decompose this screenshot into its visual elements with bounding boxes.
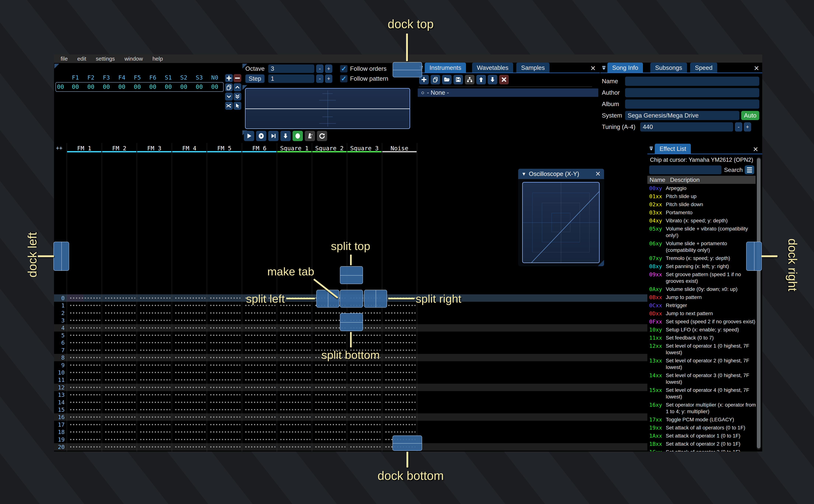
pattern-cell[interactable] [69, 413, 100, 421]
pattern-cell[interactable] [209, 332, 240, 339]
pattern-cell[interactable] [104, 399, 135, 406]
pattern-cell[interactable] [69, 361, 100, 369]
pattern-cell[interactable] [244, 443, 275, 451]
pattern-cell[interactable] [104, 317, 135, 324]
arrow-up-thick-icon[interactable] [476, 75, 486, 84]
pattern-cell[interactable] [174, 339, 205, 346]
pattern-cell[interactable] [174, 399, 205, 406]
pattern-cell[interactable] [349, 406, 380, 413]
menu-icon[interactable] [745, 165, 754, 174]
pattern-cell[interactable] [139, 361, 170, 369]
pattern-cell[interactable] [139, 406, 170, 413]
pattern-row[interactable]: 17 [54, 421, 647, 428]
x-icon[interactable] [499, 75, 509, 84]
oscilloscope-xy-titlebar[interactable]: ▼ Oscilloscope (X-Y) ✕ [518, 169, 604, 179]
tab-speed[interactable]: Speed [690, 63, 717, 73]
effect-row[interactable]: 14xxSet level of operator 3 (0 highest, … [649, 372, 758, 385]
effect-row[interactable]: 1CxxSet attack of operator 3 (0 to 1F) [649, 449, 758, 452]
effect-row[interactable]: 08xySet panning (x: left; y: right) [649, 263, 758, 270]
pattern-cell[interactable] [174, 376, 205, 384]
orders-cell[interactable]: 00 [83, 83, 99, 90]
pattern-cell[interactable] [384, 361, 416, 369]
chevron-up-icon[interactable] [233, 83, 241, 91]
pattern-cell[interactable] [279, 421, 310, 428]
pattern-cell[interactable] [244, 347, 275, 354]
effect-row[interactable]: 12xxSet level of operator 1 (0 highest, … [649, 343, 758, 356]
pattern-cell[interactable] [349, 384, 380, 391]
pattern-cell[interactable] [384, 391, 416, 398]
pattern-cell[interactable] [384, 302, 416, 309]
shuffle-icon[interactable] [225, 102, 233, 110]
album-input[interactable] [625, 99, 759, 109]
menu-item-file[interactable]: file [56, 56, 72, 62]
pattern-cell[interactable] [209, 406, 240, 413]
pattern-cell[interactable] [104, 428, 135, 436]
octave-decrease-button[interactable]: - [316, 64, 323, 73]
pattern-cell[interactable] [104, 309, 135, 317]
pattern-cell[interactable] [349, 399, 380, 406]
pattern-cell[interactable] [314, 376, 345, 384]
pattern-cell[interactable] [314, 413, 345, 421]
pattern-cell[interactable] [139, 302, 170, 309]
orders-cell[interactable]: 00 [160, 83, 176, 90]
pattern-cell[interactable] [314, 421, 345, 428]
auto-system-button[interactable]: Auto [741, 111, 759, 120]
pattern-cell[interactable] [314, 399, 345, 406]
pattern-cell[interactable] [209, 428, 240, 436]
pattern-cell[interactable] [209, 369, 240, 376]
pattern-cell[interactable] [384, 406, 416, 413]
pattern-cell[interactable] [384, 309, 416, 317]
pattern-cell[interactable] [174, 361, 205, 369]
close-icon[interactable]: ✕ [590, 64, 596, 72]
pattern-cell[interactable] [174, 451, 205, 452]
step-input[interactable]: 1 [268, 74, 314, 83]
pattern-cell[interactable] [104, 294, 135, 302]
pattern-cell[interactable] [279, 332, 310, 339]
pattern-cell[interactable] [244, 361, 275, 369]
pattern-row[interactable]: 15 [54, 406, 647, 413]
close-icon[interactable]: ✕ [595, 170, 601, 178]
effect-row[interactable]: 07xyTremolo (x: speed; y: depth) [649, 255, 758, 262]
pattern-cell[interactable] [349, 369, 380, 376]
pattern-cell[interactable] [69, 376, 100, 384]
effect-row[interactable]: 15xxSet level of operator 4 (0 highest, … [649, 387, 758, 400]
pattern-cell[interactable] [279, 317, 310, 324]
pattern-cell[interactable] [244, 384, 275, 391]
system-input[interactable]: Sega Genesis/Mega Drive [625, 111, 739, 120]
pattern-cell[interactable] [314, 339, 345, 346]
oscilloscope-xy-window[interactable]: ▼ Oscilloscope (X-Y) ✕ [518, 169, 604, 266]
arrow-down-thick-icon[interactable] [280, 131, 291, 141]
pattern-cell[interactable] [104, 302, 135, 309]
pattern-cell[interactable] [104, 376, 135, 384]
pattern-row[interactable]: 12 [54, 384, 647, 391]
effect-row[interactable]: 1AxxSet attack of operator 1 (0 to 1F) [649, 433, 758, 439]
pattern-cell[interactable] [384, 339, 416, 346]
effect-row[interactable]: 05xyVolume slide + vibrato (compatibilit… [649, 225, 758, 239]
pattern-cell[interactable] [209, 443, 240, 451]
pattern-cell[interactable] [209, 436, 240, 443]
pattern-expand-button[interactable]: ++ [56, 145, 62, 151]
pattern-cell[interactable] [244, 339, 275, 346]
resize-grip[interactable] [598, 260, 604, 266]
pattern-cell[interactable] [174, 309, 205, 317]
pattern-cell[interactable] [69, 317, 100, 324]
pattern-cell[interactable] [279, 309, 310, 317]
effect-row[interactable]: 10xySetup LFO (x: enable; y: speed) [649, 326, 758, 333]
pattern-cell[interactable] [279, 324, 310, 332]
pattern-cell[interactable] [384, 451, 416, 452]
channel-header-fm-2[interactable]: FM 2 [102, 145, 137, 152]
pattern-cell[interactable] [69, 421, 100, 428]
copy-icon[interactable] [431, 75, 440, 84]
pattern-cell[interactable] [244, 369, 275, 376]
pattern-cell[interactable] [349, 428, 380, 436]
pattern-cell[interactable] [244, 324, 275, 332]
pattern-cell[interactable] [349, 376, 380, 384]
pattern-cell[interactable] [279, 384, 310, 391]
pattern-cell[interactable] [209, 339, 240, 346]
pattern-cell[interactable] [244, 428, 275, 436]
follow-orders-checkbox[interactable]: ✓ [340, 65, 347, 72]
pattern-row[interactable]: 10 [54, 369, 647, 376]
effect-row[interactable]: 0CxxRetrigger [649, 302, 758, 309]
pattern-cell[interactable] [69, 369, 100, 376]
channel-header-square-1[interactable]: Square 1 [277, 145, 312, 152]
